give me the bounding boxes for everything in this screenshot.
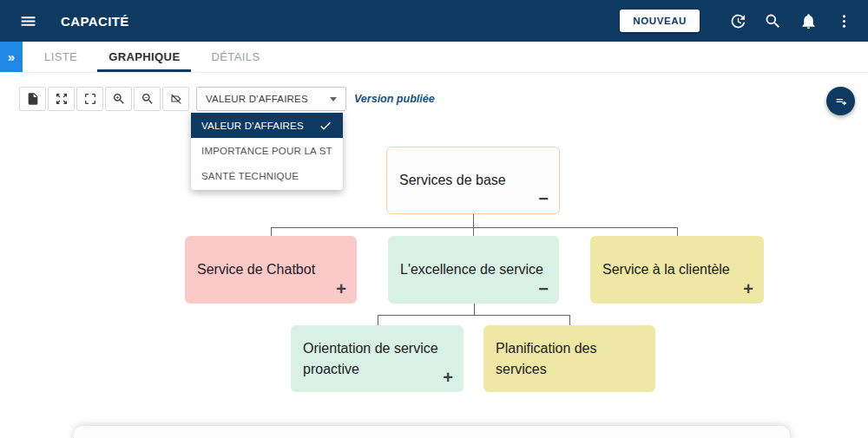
node-orientation-de-service-proactive[interactable]: Orientation de service proactive + <box>291 325 464 392</box>
edge-row2-horizontal <box>271 227 677 228</box>
node-excellence-de-service[interactable]: L'excellence de service − <box>388 236 559 304</box>
edge-to-planification <box>569 315 570 325</box>
fit-to-screen-icon[interactable] <box>48 87 75 111</box>
search-icon[interactable] <box>762 10 783 31</box>
edge-excellence-down <box>474 304 475 315</box>
edge-to-orientation <box>378 315 378 325</box>
check-icon <box>319 119 332 133</box>
history-icon[interactable] <box>727 10 747 31</box>
playlist-add-icon <box>834 95 848 108</box>
view-select[interactable]: VALEUR D'AFFAIRES <box>196 87 346 111</box>
node-label: Service à la clientèle <box>602 259 730 280</box>
view-select-menu: VALEUR D'AFFAIRES IMPORTANCE POUR LA STR… <box>191 113 343 190</box>
edge-row3-horizontal <box>378 315 569 316</box>
tab-details[interactable]: DÉTAILS <box>200 42 271 72</box>
zoom-out-icon[interactable] <box>134 87 161 111</box>
node-label: Orientation de service proactive <box>303 338 451 380</box>
version-status-label: Version publiée <box>354 93 435 105</box>
tab-graphique[interactable]: GRAPHIQUE <box>97 42 191 72</box>
new-document-icon[interactable] <box>19 87 46 111</box>
node-service-de-chatbot[interactable]: Service de Chatbot + <box>185 236 357 304</box>
expand-sidebar-icon[interactable]: » <box>0 42 23 72</box>
node-label: Planification des services <box>496 338 643 380</box>
node-service-a-la-clientele[interactable]: Service à la clientèle + <box>590 236 764 304</box>
menu-item-importance-strategie[interactable]: IMPORTANCE POUR LA STRATÉGIE <box>191 138 343 163</box>
menu-item-valeur-affaires[interactable]: VALEUR D'AFFAIRES <box>191 113 343 138</box>
expand-toggle[interactable]: + <box>743 276 753 302</box>
diagram-options-fab[interactable] <box>826 87 855 115</box>
collapse-toggle[interactable]: − <box>538 276 549 302</box>
tab-bar: » LISTE GRAPHIQUE DÉTAILS <box>0 42 868 73</box>
bottom-panel-edge <box>74 426 790 438</box>
page-title: CAPACITÉ <box>61 14 129 29</box>
node-services-de-base[interactable]: Services de base − <box>386 147 560 214</box>
fullscreen-icon[interactable] <box>76 87 103 111</box>
node-planification-des-services[interactable]: Planification des services <box>483 325 655 392</box>
node-label: Services de base <box>399 170 506 191</box>
edge-to-excellence <box>473 227 474 236</box>
app-screen: CAPACITÉ NOUVEAU » LISTE GRAPHIQUE DÉTAI… <box>0 0 868 438</box>
edge-to-chatbot <box>271 227 272 236</box>
new-button[interactable]: NOUVEAU <box>620 10 700 32</box>
kebab-menu-icon[interactable] <box>833 10 854 31</box>
zoom-in-icon[interactable] <box>105 87 132 111</box>
node-label: Service de Chatbot <box>197 259 315 280</box>
notifications-bell-icon[interactable] <box>798 10 819 31</box>
diagram-toolbar: VALEUR D'AFFAIRES <box>19 87 346 111</box>
expand-toggle[interactable]: + <box>336 276 346 302</box>
chevron-down-icon <box>330 97 337 101</box>
edge-to-clientele <box>677 227 678 236</box>
menu-item-sante-technique[interactable]: SANTÉ TECHNIQUE <box>191 163 343 188</box>
view-select-value: VALEUR D'AFFAIRES <box>206 94 325 104</box>
expand-toggle[interactable]: + <box>443 364 453 390</box>
hamburger-menu-icon[interactable] <box>17 10 38 31</box>
collapse-toggle[interactable]: − <box>538 186 549 212</box>
tabs: LISTE GRAPHIQUE DÉTAILS <box>33 42 280 72</box>
labels-off-icon[interactable] <box>162 87 189 111</box>
node-label: L'excellence de service <box>400 259 543 280</box>
tab-liste[interactable]: LISTE <box>33 42 89 72</box>
edge-root-down <box>473 214 474 227</box>
app-bar: CAPACITÉ NOUVEAU <box>0 0 868 42</box>
